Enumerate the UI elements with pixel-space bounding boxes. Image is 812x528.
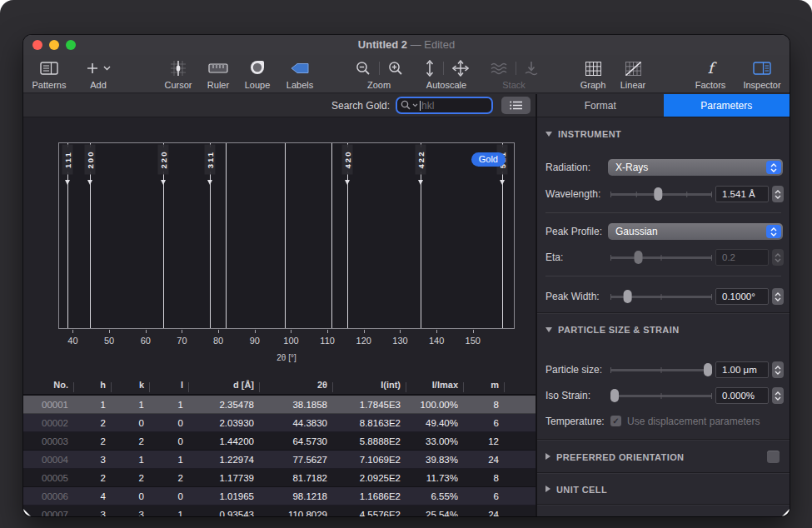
table-row[interactable]: 000043111.2297477.56277.1069E239.83%24 (23, 451, 536, 469)
table-row[interactable]: 000032201.4420064.57305.8888E233.00%12 (23, 432, 536, 451)
table-cell: 11.73% (406, 473, 464, 483)
peak-marker-line[interactable] (67, 172, 68, 328)
peak-width-slider[interactable] (610, 296, 712, 298)
column-header[interactable]: No. (23, 380, 74, 390)
tab-format[interactable]: Format (537, 94, 664, 117)
peak-hkl-label[interactable]: 422 (416, 145, 426, 175)
table-row[interactable]: 000011112.3547838.18581.7845E3100.00%8 (23, 396, 536, 414)
reflections-table: No.hkld [Å]2θI(int)I/Imaxm 000011112.354… (23, 376, 536, 516)
peak-width-stepper[interactable] (772, 288, 784, 305)
hit-list-button[interactable] (501, 97, 531, 114)
column-header[interactable]: 2θ (260, 380, 333, 390)
column-header[interactable]: d [Å] (189, 380, 260, 390)
loupe-button[interactable]: Loupe (235, 57, 280, 90)
preferred-orientation-header[interactable]: PREFERRED ORIENTATION (545, 452, 684, 462)
particle-section-header[interactable]: PARTICLE SIZE & STRAIN (545, 325, 680, 335)
table-row[interactable]: 000073310.93543110.80294.5576E225.54%24 (23, 506, 536, 516)
wavelength-stepper[interactable] (772, 186, 784, 202)
column-header[interactable]: k (112, 380, 150, 390)
inspector-button[interactable]: Inspector (737, 57, 787, 90)
radiation-select[interactable]: X-Rays (608, 159, 783, 176)
peak-marker-line[interactable] (163, 172, 164, 328)
particle-size-stepper[interactable] (772, 361, 784, 378)
tab-parameters[interactable]: Parameters (664, 94, 790, 117)
peak-hkl-label[interactable]: 200 (85, 145, 96, 175)
axis-tick-label: 70 (169, 336, 194, 346)
peak-marker-line[interactable] (421, 172, 421, 328)
resize-corner[interactable] (782, 509, 790, 516)
wavelength-field[interactable]: 1.541 Å (715, 186, 769, 202)
arrow-down-icon (345, 180, 350, 185)
slider-thumb[interactable] (704, 363, 712, 376)
axis-tick (146, 330, 147, 333)
column-header[interactable]: l (150, 380, 189, 390)
inspector-tabs: Format Parameters (537, 94, 790, 117)
peak-marker-line[interactable] (226, 143, 227, 328)
table-header[interactable]: No.hkld [Å]2θI(int)I/Imaxm (23, 376, 536, 396)
iso-strain-slider[interactable] (610, 395, 712, 397)
disclosure-triangle-icon (545, 486, 550, 492)
stack-drop-icon[interactable] (525, 61, 538, 76)
zoom-in-icon[interactable] (388, 61, 403, 76)
factors-button[interactable]: f Factors (687, 57, 734, 90)
column-header[interactable]: m (464, 380, 505, 390)
peak-hkl-label[interactable]: 311 (205, 145, 216, 175)
table-cell: 24 (464, 510, 505, 517)
plus-icon (87, 62, 98, 74)
plot-area[interactable]: Gold 111200220311420422511 (58, 142, 515, 329)
diffraction-chart[interactable]: Gold 111200220311420422511 4050607080901… (23, 117, 536, 376)
table-cell: 44.3830 (260, 418, 333, 428)
table-cell: 00004 (23, 455, 74, 465)
particle-size-slider[interactable] (610, 369, 712, 371)
desktop-background: Untitled 2 — Edited Patterns Add Cursor … (0, 0, 812, 528)
preferred-orientation-checkbox[interactable] (767, 451, 780, 463)
iso-strain-stepper[interactable] (772, 387, 784, 404)
arrow-down-icon (65, 180, 70, 185)
table-cell: 2 (74, 418, 112, 428)
column-header[interactable]: I/Imax (406, 380, 464, 390)
column-header[interactable]: h (74, 380, 112, 390)
table-cell: 00006 (23, 491, 74, 501)
table-cell: 2.35478 (189, 400, 260, 410)
series-badge[interactable]: Gold (471, 152, 506, 167)
linear-button[interactable]: Linear (610, 57, 656, 90)
autoscale-move-icon[interactable] (452, 60, 469, 77)
unit-cell-header[interactable]: UNIT CELL (545, 485, 607, 495)
peak-width-field[interactable]: 0.1000° (715, 288, 769, 305)
vertical-scale-icon[interactable] (425, 60, 435, 77)
peak-marker-line[interactable] (90, 172, 91, 328)
add-button[interactable]: Add (75, 57, 122, 90)
slider-thumb[interactable] (610, 389, 619, 402)
table-row[interactable]: 000022002.0393044.38308.8163E249.40%6 (23, 414, 536, 432)
displacement-checkbox[interactable]: ✓ (610, 416, 621, 426)
particle-size-field[interactable]: 1.00 μm (715, 361, 769, 378)
peak-marker-line[interactable] (285, 143, 286, 328)
resize-corner[interactable] (23, 509, 31, 516)
table-cell: 00005 (23, 473, 74, 483)
peak-marker-line[interactable] (210, 172, 211, 328)
patterns-button[interactable]: Patterns (26, 57, 72, 90)
wavelength-slider[interactable] (610, 193, 712, 196)
stack-waves-icon[interactable] (491, 62, 507, 75)
zoom-out-icon[interactable] (356, 61, 371, 76)
peak-hkl-label[interactable]: 420 (342, 145, 353, 175)
peak-hkl-label[interactable]: 111 (62, 145, 73, 175)
peak-marker-line[interactable] (347, 172, 348, 328)
instrument-section-header[interactable]: INSTRUMENT (545, 129, 621, 139)
column-header[interactable]: I(int) (333, 380, 406, 390)
iso-strain-field[interactable]: 0.000% (715, 387, 769, 404)
peak-hkl-label[interactable]: 220 (158, 145, 169, 175)
peak-marker-line[interactable] (331, 143, 332, 328)
disclosure-triangle-icon (545, 327, 552, 332)
slider-thumb[interactable] (634, 251, 642, 264)
slider-thumb[interactable] (655, 187, 663, 201)
labels-button[interactable]: Labels (276, 57, 323, 90)
slider-thumb[interactable] (624, 290, 632, 303)
titlebar[interactable]: Untitled 2 — Edited (23, 35, 790, 55)
table-row[interactable]: 000064001.0196598.12181.1686E26.55%6 (23, 487, 536, 506)
table-cell: 3 (112, 510, 150, 517)
table-row[interactable]: 000052221.1773981.71822.0925E211.73%8 (23, 469, 536, 487)
peak-marker-line[interactable] (502, 172, 503, 328)
peak-profile-select[interactable]: Gaussian (608, 223, 783, 240)
search-input[interactable]: hkl (396, 97, 493, 114)
